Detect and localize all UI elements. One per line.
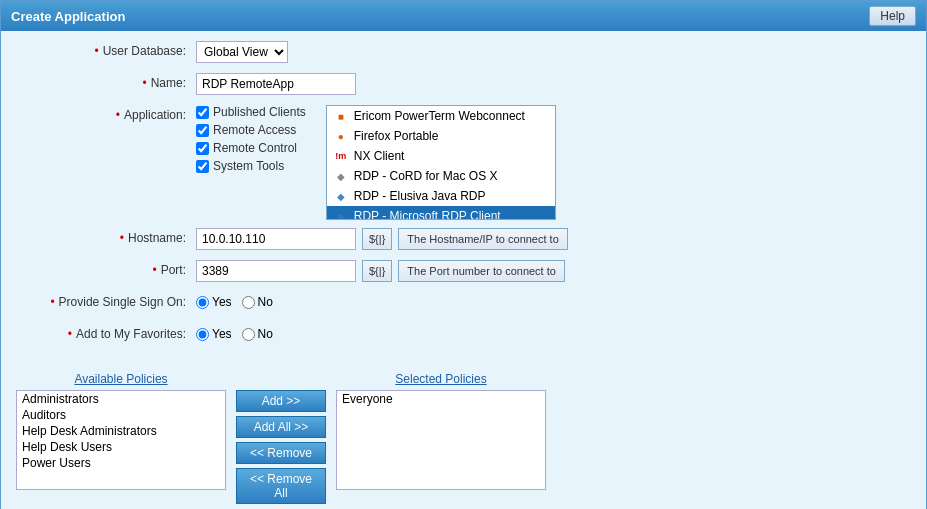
- port-var-button[interactable]: ${|}: [362, 260, 392, 282]
- policy-item-hd-users[interactable]: Help Desk Users: [17, 439, 225, 455]
- favorites-no-label: No: [258, 327, 273, 341]
- remove-button[interactable]: << Remove: [236, 442, 326, 464]
- favorites-no-radio: No: [242, 327, 273, 341]
- list-item-ericom[interactable]: ■ Ericom PowerTerm Webconnect: [327, 106, 555, 126]
- remote-control-checkbox[interactable]: [196, 142, 209, 155]
- sso-no-label: No: [258, 295, 273, 309]
- available-policies-list[interactable]: Administrators Auditors Help Desk Admini…: [16, 390, 226, 490]
- nx-label: NX Client: [354, 149, 405, 163]
- policy-item-hd-admins[interactable]: Help Desk Administrators: [17, 423, 225, 439]
- user-database-label: •User Database:: [16, 41, 196, 58]
- policy-buttons: Add >> Add All >> << Remove << Remove Al…: [236, 390, 326, 504]
- available-policies-col: Available Policies Administrators Audito…: [16, 372, 226, 490]
- ericom-icon: ■: [333, 108, 349, 124]
- port-label: •Port:: [16, 260, 196, 277]
- list-item-rdp-mac[interactable]: ◆ RDP - CoRD for Mac OS X: [327, 166, 555, 186]
- favorites-radios: Yes No: [196, 324, 273, 341]
- available-policies-title: Available Policies: [74, 372, 167, 386]
- rdp-ms-icon: ◆: [333, 208, 349, 220]
- user-database-select[interactable]: Global View: [196, 41, 288, 63]
- create-application-window: Create Application Help •User Database: …: [0, 0, 927, 509]
- title-bar: Create Application Help: [1, 1, 926, 31]
- policy-item-admins[interactable]: Administrators: [17, 391, 225, 407]
- hostname-content: ${|} The Hostname/IP to connect to: [196, 228, 568, 250]
- hostname-var-button[interactable]: ${|}: [362, 228, 392, 250]
- help-button[interactable]: Help: [869, 6, 916, 26]
- remote-access-checkbox-row: Remote Access: [196, 123, 306, 137]
- selected-policies-title: Selected Policies: [395, 372, 486, 386]
- port-row: •Port: ${|} The Port number to connect t…: [16, 260, 911, 284]
- remove-all-button[interactable]: << Remove All: [236, 468, 326, 504]
- hostname-row: •Hostname: ${|} The Hostname/IP to conne…: [16, 228, 911, 252]
- favorites-no-input[interactable]: [242, 328, 255, 341]
- port-hint-button[interactable]: The Port number to connect to: [398, 260, 565, 282]
- rdp-mac-label: RDP - CoRD for Mac OS X: [354, 169, 498, 183]
- sso-row: •Provide Single Sign On: Yes No: [16, 292, 911, 316]
- application-label: •Application:: [16, 105, 196, 122]
- rdp-java-icon: ◆: [333, 188, 349, 204]
- port-input[interactable]: [196, 260, 356, 282]
- sso-yes-radio: Yes: [196, 295, 232, 309]
- firefox-label: Firefox Portable: [354, 129, 439, 143]
- system-tools-checkbox-row: System Tools: [196, 159, 306, 173]
- app-list[interactable]: ■ Ericom PowerTerm Webconnect ● Firefox …: [326, 105, 556, 220]
- sso-label: •Provide Single Sign On:: [16, 292, 196, 309]
- favorites-row: •Add to My Favorites: Yes No: [16, 324, 911, 348]
- window-title: Create Application: [11, 9, 125, 24]
- sso-yes-input[interactable]: [196, 296, 209, 309]
- name-row: •Name:: [16, 73, 911, 97]
- application-content: Published Clients Remote Access Remote C…: [196, 105, 556, 220]
- favorites-yes-input[interactable]: [196, 328, 209, 341]
- sso-no-input[interactable]: [242, 296, 255, 309]
- favorites-yes-radio: Yes: [196, 327, 232, 341]
- port-content: ${|} The Port number to connect to: [196, 260, 565, 282]
- ericom-label: Ericom PowerTerm Webconnect: [354, 109, 525, 123]
- remote-access-label: Remote Access: [213, 123, 296, 137]
- checkboxes-column: Published Clients Remote Access Remote C…: [196, 105, 306, 173]
- user-database-row: •User Database: Global View: [16, 41, 911, 65]
- published-clients-checkbox-row: Published Clients: [196, 105, 306, 119]
- hostname-hint-button[interactable]: The Hostname/IP to connect to: [398, 228, 567, 250]
- add-button[interactable]: Add >>: [236, 390, 326, 412]
- remote-control-label: Remote Control: [213, 141, 297, 155]
- system-tools-checkbox[interactable]: [196, 160, 209, 173]
- policy-item-power[interactable]: Power Users: [17, 455, 225, 471]
- favorites-label: •Add to My Favorites:: [16, 324, 196, 341]
- rdp-java-label: RDP - Elusiva Java RDP: [354, 189, 486, 203]
- application-row: •Application: Published Clients Remote A…: [16, 105, 911, 220]
- add-all-button[interactable]: Add All >>: [236, 416, 326, 438]
- selected-policy-everyone[interactable]: Everyone: [337, 391, 545, 407]
- remote-control-checkbox-row: Remote Control: [196, 141, 306, 155]
- name-input[interactable]: [196, 73, 356, 95]
- firefox-icon: ●: [333, 128, 349, 144]
- favorites-yes-label: Yes: [212, 327, 232, 341]
- selected-policies-col: Selected Policies Everyone: [336, 372, 546, 490]
- list-item-nx[interactable]: !m NX Client: [327, 146, 555, 166]
- hostname-label: •Hostname:: [16, 228, 196, 245]
- policies-section: Available Policies Administrators Audito…: [1, 372, 926, 504]
- remote-access-checkbox[interactable]: [196, 124, 209, 137]
- published-clients-label: Published Clients: [213, 105, 306, 119]
- sso-radios: Yes No: [196, 292, 273, 309]
- system-tools-label: System Tools: [213, 159, 284, 173]
- list-item-rdp-ms[interactable]: ◆ RDP - Microsoft RDP Client: [327, 206, 555, 220]
- list-item-firefox[interactable]: ● Firefox Portable: [327, 126, 555, 146]
- rdp-ms-label: RDP - Microsoft RDP Client: [354, 209, 501, 220]
- selected-policies-list[interactable]: Everyone: [336, 390, 546, 490]
- published-clients-checkbox[interactable]: [196, 106, 209, 119]
- nx-icon: !m: [333, 148, 349, 164]
- list-item-rdp-java[interactable]: ◆ RDP - Elusiva Java RDP: [327, 186, 555, 206]
- sso-no-radio: No: [242, 295, 273, 309]
- name-label: •Name:: [16, 73, 196, 90]
- rdp-mac-icon: ◆: [333, 168, 349, 184]
- hostname-input[interactable]: [196, 228, 356, 250]
- sso-yes-label: Yes: [212, 295, 232, 309]
- policy-item-auditors[interactable]: Auditors: [17, 407, 225, 423]
